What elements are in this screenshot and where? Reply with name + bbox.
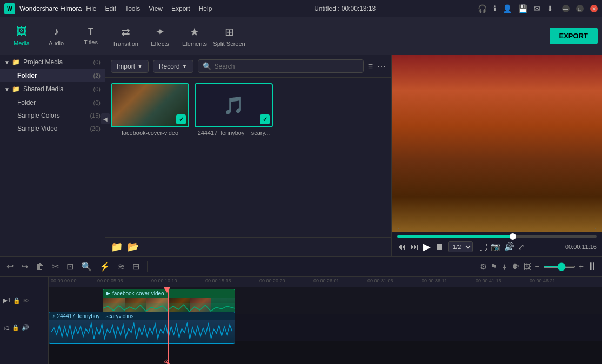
sidebar-item-shared-folder[interactable]: Folder (0): [0, 96, 105, 109]
download-icon[interactable]: ⬇: [547, 4, 553, 13]
maximize-button[interactable]: □: [576, 5, 584, 12]
redo-button[interactable]: ↪: [19, 260, 30, 273]
sample-colors-label: Sample Colors: [17, 112, 90, 119]
settings-tl-button[interactable]: ⚙: [480, 262, 487, 272]
import-dropdown[interactable]: Import ▼: [111, 60, 149, 73]
add-folder-button[interactable]: 📁: [111, 241, 123, 253]
zoom-out-button[interactable]: −: [534, 262, 539, 272]
mic-button[interactable]: 🎙: [500, 262, 509, 271]
timeline-pause-icon[interactable]: ⏸: [587, 260, 598, 273]
speed-select[interactable]: 1/2 1 2: [448, 241, 473, 252]
menu-tools[interactable]: Tools: [125, 5, 140, 12]
export-button[interactable]: EXPORT: [550, 28, 598, 44]
main-area: ▼ 📁 Project Media (0) Folder (2) ▼ 📁 Sha…: [0, 55, 602, 256]
sample-video-count: (20): [90, 125, 101, 132]
menu-view[interactable]: View: [149, 5, 163, 12]
titles-icon: T: [88, 27, 93, 37]
timecode-display: 00:00:11:16: [565, 244, 597, 250]
stop-button[interactable]: ⏹: [435, 242, 444, 252]
zoom-in-button[interactable]: +: [579, 262, 584, 272]
toolbar-splitscreen[interactable]: ⊞ Split Screen: [212, 20, 246, 52]
search-box[interactable]: 🔍: [198, 59, 364, 73]
expand-button[interactable]: ⤢: [518, 242, 525, 252]
in-point[interactable]: {: [397, 228, 399, 233]
cut-button[interactable]: ✂: [50, 260, 61, 273]
timeline-right-tools: ⚙ ⚑ 🎙 🗣 🖼 − + ⏸: [480, 260, 598, 273]
sidebar-shared-media[interactable]: ▼ 📁 Shared Media (0): [0, 82, 105, 96]
ruler-mark-1: 00:00:05:05: [97, 278, 123, 284]
headphones-icon[interactable]: 🎧: [478, 4, 487, 13]
new-folder-button[interactable]: 📂: [127, 241, 139, 253]
sidebar-item-folder[interactable]: Folder (2): [0, 69, 105, 82]
sidebar-project-media[interactable]: ▼ 📁 Project Media (0): [0, 55, 105, 69]
step-forward-button[interactable]: ⏭: [410, 242, 419, 252]
audio-clip-header: ♪ 244417_lennyboy__scaryviolins: [49, 312, 235, 320]
audio-clip[interactable]: ♪ 244417_lennyboy__scaryviolins: [49, 312, 235, 344]
window-title: Untitled : 00:00:13:13: [314, 5, 376, 12]
toolbar-elements[interactable]: ★ Elements: [177, 20, 212, 52]
collapse-arrow: ▼: [4, 59, 10, 65]
audio-lock-icon[interactable]: 🔒: [12, 324, 19, 331]
toolbar-media[interactable]: 🖼 Media: [4, 20, 39, 52]
fullscreen-button[interactable]: ⛶: [479, 242, 487, 252]
speed-button[interactable]: ≋: [116, 260, 127, 273]
toolbar-titles[interactable]: T Titles: [73, 20, 108, 52]
timeline-body: ▶1 🔒 👁 ♪1 🔒 🔊 00:00:00:00 00:00:05:05 00…: [0, 277, 602, 364]
sidebar-collapse-btn[interactable]: ◀: [101, 113, 105, 124]
lock-icon[interactable]: 🔒: [13, 297, 21, 304]
zoom-slider[interactable]: [543, 266, 576, 268]
close-button[interactable]: ✕: [590, 5, 598, 12]
volume-button[interactable]: 🔊: [504, 242, 514, 252]
sample-video-label: Sample Video: [17, 125, 90, 132]
tracks-area: 00:00:00:00 00:00:05:05 00:00:10:10 00:0…: [49, 277, 602, 364]
timeline: ↩ ↪ 🗑 ✂ ⊡ 🔍 ⚡ ≋ ⊟ ⚙ ⚑ 🎙 🗣 🖼 − + ⏸ ▶1: [0, 256, 602, 364]
media-item-audio[interactable]: 🎵 ✓ 244417_lennyboy__scary...: [195, 83, 273, 136]
menu-help[interactable]: Help: [199, 5, 212, 12]
screenshot-button[interactable]: 📷: [491, 242, 501, 252]
toolbar-effects[interactable]: ✦ Effects: [143, 20, 177, 52]
sidebar-item-sample-video[interactable]: Sample Video (20): [0, 122, 105, 135]
motion-button[interactable]: ⚡: [97, 260, 112, 273]
record-dropdown[interactable]: Record ▼: [153, 60, 193, 73]
menu-bar: File Edit Tools View Export Help: [86, 5, 212, 12]
out-point[interactable]: }: [595, 228, 597, 233]
menu-edit[interactable]: Edit: [105, 5, 117, 12]
seek-bar[interactable]: { }: [397, 235, 597, 238]
minimize-button[interactable]: —: [562, 5, 570, 12]
toolbar-transition[interactable]: ⇄ Transition: [108, 20, 143, 52]
save-icon[interactable]: 💾: [518, 4, 527, 13]
filter-button[interactable]: ≡: [368, 62, 373, 71]
zoom-tl-button[interactable]: 🔍: [79, 260, 94, 273]
ruler-mark-0: 00:00:00:00: [51, 278, 77, 284]
video-track-num: ▶1: [3, 297, 11, 304]
crop-button[interactable]: ⊡: [64, 260, 76, 273]
account-icon[interactable]: 👤: [503, 4, 512, 13]
delete-button[interactable]: 🗑: [34, 261, 46, 273]
email-icon[interactable]: ✉: [534, 4, 540, 13]
search-input[interactable]: [215, 63, 359, 70]
splitscreen-icon: ⊞: [225, 25, 234, 38]
seek-handle[interactable]: [510, 233, 516, 240]
toolbar-audio[interactable]: ♪ Audio: [39, 20, 73, 52]
flag-button[interactable]: ⚑: [490, 262, 497, 272]
sidebar-item-sample-colors[interactable]: Sample Colors (15): [0, 109, 105, 122]
voice-button[interactable]: 🗣: [512, 262, 520, 271]
media-item-video[interactable]: ✓ facebook-cover-video: [111, 83, 189, 136]
toolbar-audio-label: Audio: [49, 40, 64, 46]
play-button[interactable]: ▶: [423, 241, 431, 253]
menu-export[interactable]: Export: [171, 5, 190, 12]
menu-file[interactable]: File: [86, 5, 96, 12]
step-back-button[interactable]: ⏮: [397, 242, 406, 252]
grid-view-button[interactable]: ⋯: [377, 61, 386, 71]
filter-tl-button[interactable]: ⊟: [130, 260, 142, 273]
shared-folder-count: (0): [93, 99, 101, 106]
info-icon[interactable]: ℹ: [493, 4, 496, 13]
eye-icon[interactable]: 👁: [23, 298, 29, 304]
selected-badge-audio: ✓: [260, 114, 270, 124]
undo-button[interactable]: ↩: [4, 260, 16, 273]
photo-button[interactable]: 🖼: [523, 262, 531, 271]
shared-media-label: Shared Media: [23, 85, 93, 93]
toolbar-separator: [147, 261, 148, 272]
toolbar-titles-label: Titles: [84, 39, 98, 45]
volume-icon[interactable]: 🔊: [22, 324, 29, 331]
